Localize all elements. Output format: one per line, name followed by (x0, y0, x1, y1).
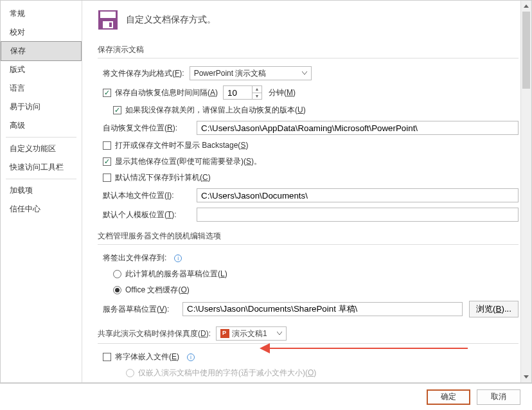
sidebar: 常规 校对 保存 版式 语言 易于访问 高级 自定义功能区 快速访问工具栏 加载… (1, 1, 82, 382)
office-cache-radio[interactable] (113, 286, 121, 294)
spinner-up[interactable]: ▲ (253, 86, 262, 93)
section-fidelity: 共享此演示文稿时保持保真度(D): 演示文稿1 (98, 324, 519, 344)
spinner-down[interactable]: ▼ (253, 93, 262, 100)
checkout-label: 将签出文件保存到: (103, 253, 166, 263)
sidebar-item-quick-access[interactable]: 快速访问工具栏 (1, 158, 82, 177)
sidebar-item-language[interactable]: 语言 (1, 79, 82, 98)
chevron-down-icon (277, 332, 282, 335)
section-offline-editing: 文档管理服务器文件的脱机编辑选项 (98, 228, 519, 245)
server-draft-label: 此计算机的服务器草稿位置(L) (125, 269, 227, 280)
page-title: 自定义文档保存方式。 (126, 14, 216, 26)
sidebar-item-advanced[interactable]: 高级 (1, 116, 82, 135)
svg-rect-3 (109, 22, 112, 27)
autosave-checkbox[interactable] (103, 89, 111, 97)
browse-button[interactable]: 浏览(B)... (469, 301, 519, 317)
keep-last-label: 如果我没保存就关闭，请保留上次自动恢复的版本(U) (125, 105, 306, 116)
scroll-up-button[interactable] (521, 1, 531, 12)
sidebar-item-customize-ribbon[interactable]: 自定义功能区 (1, 139, 82, 158)
show-other-loc-label: 显示其他保存位置(即使可能需要登录)(S)。 (115, 156, 262, 167)
info-icon[interactable]: i (174, 254, 182, 262)
sidebar-item-accessibility[interactable]: 易于访问 (1, 98, 82, 116)
default-local-checkbox[interactable] (103, 174, 111, 182)
embed-fonts-checkbox[interactable] (103, 353, 111, 361)
embed-used-radio (126, 369, 134, 377)
default-local-loc-label: 默认本地文件位置(I): (103, 190, 188, 201)
dialog-footer: 确定 取消 (0, 383, 532, 410)
server-draft-radio[interactable] (113, 270, 121, 278)
chevron-down-icon (302, 71, 307, 75)
sidebar-item-layout[interactable]: 版式 (1, 60, 82, 79)
scroll-down-button[interactable] (521, 371, 531, 382)
draft-loc-label: 服务器草稿位置(V): (103, 304, 173, 315)
no-backstage-label: 打开或保存文件时不显示 Backstage(S) (115, 140, 248, 151)
sidebar-item-proofing[interactable]: 校对 (1, 23, 82, 42)
sidebar-item-general[interactable]: 常规 (1, 4, 82, 23)
save-floppy-icon (98, 10, 118, 30)
svg-rect-1 (100, 12, 116, 18)
autosave-label: 保存自动恢复信息时间间隔(A) (115, 87, 218, 98)
powerpoint-icon (220, 329, 229, 338)
no-backstage-checkbox[interactable] (103, 141, 111, 150)
office-cache-label: Office 文档缓存(O) (125, 285, 190, 296)
autosave-interval-spinner[interactable]: ▲ ▼ (223, 85, 262, 100)
ok-button[interactable]: 确定 (427, 389, 470, 405)
sidebar-item-save[interactable]: 保存 (1, 41, 82, 61)
keep-last-checkbox[interactable] (113, 106, 121, 114)
presentation-dropdown[interactable]: 演示文稿1 (216, 326, 287, 341)
default-template-loc-label: 默认个人模板位置(T): (103, 209, 188, 220)
vertical-scrollbar[interactable] (520, 1, 531, 382)
default-template-loc-input[interactable] (197, 208, 519, 222)
embed-used-label: 仅嵌入演示文稿中使用的字符(适于减小文件大小)(O) (138, 368, 316, 379)
default-local-label: 默认情况下保存到计算机(C) (115, 172, 211, 183)
autorecover-loc-label: 自动恢复文件位置(R): (103, 123, 188, 134)
draft-loc-input[interactable] (182, 302, 463, 316)
cancel-button[interactable]: 取消 (477, 389, 520, 405)
format-dropdown[interactable]: PowerPoint 演示文稿 (190, 66, 312, 80)
minutes-label: 分钟(M) (269, 87, 296, 98)
sidebar-item-trust-center[interactable]: 信任中心 (1, 200, 82, 218)
autosave-interval-input[interactable] (224, 86, 252, 99)
info-icon[interactable]: i (187, 353, 195, 361)
sidebar-item-addins[interactable]: 加载项 (1, 181, 82, 200)
show-other-loc-checkbox[interactable] (103, 157, 111, 166)
default-local-loc-input[interactable] (197, 188, 519, 202)
format-label: 将文件保存为此格式(F): (103, 68, 184, 79)
autorecover-loc-input[interactable] (197, 121, 519, 135)
embed-fonts-label: 将字体嵌入文件(E) (115, 352, 179, 362)
scroll-thumb[interactable] (522, 12, 530, 89)
section-save-presentation: 保存演示文稿 (98, 42, 519, 58)
